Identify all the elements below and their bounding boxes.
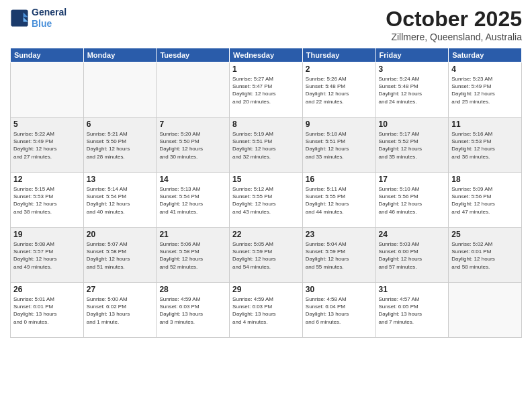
day-info: Sunrise: 5:05 AM Sunset: 5:59 PM Dayligh… <box>232 240 300 271</box>
day-info: Sunrise: 4:58 AM Sunset: 6:04 PM Dayligh… <box>306 295 373 326</box>
day-info: Sunrise: 5:23 AM Sunset: 5:49 PM Dayligh… <box>451 75 519 105</box>
day-info: Sunrise: 5:19 AM Sunset: 5:51 PM Dayligh… <box>232 130 300 161</box>
logo-line1: General <box>32 7 66 18</box>
day-info: Sunrise: 5:20 AM Sunset: 5:50 PM Dayligh… <box>159 130 226 161</box>
col-sunday: Sunday <box>11 48 84 62</box>
day-info: Sunrise: 5:27 AM Sunset: 5:47 PM Dayligh… <box>232 75 300 105</box>
table-row <box>157 62 230 118</box>
day-number: 5 <box>13 120 81 129</box>
table-row <box>11 62 84 118</box>
table-row: 5Sunrise: 5:22 AM Sunset: 5:49 PM Daylig… <box>11 118 84 173</box>
table-row: 10Sunrise: 5:17 AM Sunset: 5:52 PM Dayli… <box>375 118 449 173</box>
title-block: October 2025 Zillmere, Queensland, Austr… <box>386 7 522 42</box>
logo-text: General Blue <box>32 7 66 30</box>
day-info: Sunrise: 4:59 AM Sunset: 6:03 PM Dayligh… <box>159 295 226 326</box>
day-number: 31 <box>379 285 446 294</box>
day-info: Sunrise: 5:11 AM Sunset: 5:55 PM Dayligh… <box>306 185 373 216</box>
day-info: Sunrise: 5:22 AM Sunset: 5:49 PM Dayligh… <box>13 130 81 161</box>
svg-rect-0 <box>11 9 28 26</box>
table-row: 16Sunrise: 5:11 AM Sunset: 5:55 PM Dayli… <box>302 173 375 228</box>
day-info: Sunrise: 5:26 AM Sunset: 5:48 PM Dayligh… <box>306 75 373 105</box>
day-number: 23 <box>306 230 373 239</box>
day-number: 2 <box>306 64 373 74</box>
day-number: 10 <box>379 120 446 129</box>
day-number: 20 <box>87 230 154 239</box>
col-wednesday: Wednesday <box>230 48 303 62</box>
day-info: Sunrise: 5:18 AM Sunset: 5:51 PM Dayligh… <box>306 130 373 161</box>
day-info: Sunrise: 5:09 AM Sunset: 5:56 PM Dayligh… <box>451 185 519 216</box>
day-info: Sunrise: 5:07 AM Sunset: 5:58 PM Dayligh… <box>87 240 154 271</box>
table-row: 20Sunrise: 5:07 AM Sunset: 5:58 PM Dayli… <box>83 228 157 283</box>
logo-icon <box>10 9 29 28</box>
day-number: 24 <box>379 230 446 239</box>
day-info: Sunrise: 5:10 AM Sunset: 5:56 PM Dayligh… <box>379 185 446 216</box>
table-row: 29Sunrise: 4:59 AM Sunset: 6:03 PM Dayli… <box>230 283 303 338</box>
day-number: 14 <box>159 175 226 184</box>
table-row: 2Sunrise: 5:26 AM Sunset: 5:48 PM Daylig… <box>302 62 375 118</box>
table-row: 7Sunrise: 5:20 AM Sunset: 5:50 PM Daylig… <box>157 118 230 173</box>
day-number: 25 <box>451 230 519 239</box>
day-number: 17 <box>379 175 446 184</box>
col-tuesday: Tuesday <box>157 48 230 62</box>
table-row: 23Sunrise: 5:04 AM Sunset: 5:59 PM Dayli… <box>302 228 375 283</box>
table-row: 11Sunrise: 5:16 AM Sunset: 5:53 PM Dayli… <box>449 118 522 173</box>
day-number: 6 <box>87 120 154 129</box>
day-number: 21 <box>159 230 226 239</box>
day-number: 18 <box>451 175 519 184</box>
table-row: 31Sunrise: 4:57 AM Sunset: 6:05 PM Dayli… <box>375 283 449 338</box>
day-info: Sunrise: 5:03 AM Sunset: 6:00 PM Dayligh… <box>379 240 446 271</box>
day-info: Sunrise: 5:13 AM Sunset: 5:54 PM Dayligh… <box>159 185 226 216</box>
table-row: 17Sunrise: 5:10 AM Sunset: 5:56 PM Dayli… <box>375 173 449 228</box>
day-number: 28 <box>159 285 226 294</box>
day-number: 26 <box>13 285 81 294</box>
day-info: Sunrise: 5:21 AM Sunset: 5:50 PM Dayligh… <box>87 130 154 161</box>
col-saturday: Saturday <box>449 48 522 62</box>
table-row: 6Sunrise: 5:21 AM Sunset: 5:50 PM Daylig… <box>83 118 157 173</box>
calendar-week-row: 5Sunrise: 5:22 AM Sunset: 5:49 PM Daylig… <box>11 118 522 173</box>
day-number: 29 <box>232 285 300 294</box>
day-info: Sunrise: 5:14 AM Sunset: 5:54 PM Dayligh… <box>87 185 154 216</box>
day-info: Sunrise: 5:12 AM Sunset: 5:55 PM Dayligh… <box>232 185 300 216</box>
logo-line2: Blue <box>32 18 66 30</box>
location-subtitle: Zillmere, Queensland, Australia <box>386 32 522 42</box>
day-info: Sunrise: 4:59 AM Sunset: 6:03 PM Dayligh… <box>232 295 300 326</box>
day-info: Sunrise: 5:17 AM Sunset: 5:52 PM Dayligh… <box>379 130 446 161</box>
day-info: Sunrise: 5:15 AM Sunset: 5:53 PM Dayligh… <box>13 185 81 216</box>
logo: General Blue <box>10 7 66 30</box>
day-info: Sunrise: 5:01 AM Sunset: 6:01 PM Dayligh… <box>13 295 81 326</box>
table-row: 14Sunrise: 5:13 AM Sunset: 5:54 PM Dayli… <box>157 173 230 228</box>
day-number: 27 <box>87 285 154 294</box>
calendar-header-row: Sunday Monday Tuesday Wednesday Thursday… <box>11 48 522 62</box>
table-row: 30Sunrise: 4:58 AM Sunset: 6:04 PM Dayli… <box>302 283 375 338</box>
day-number: 8 <box>232 120 300 129</box>
day-number: 30 <box>306 285 373 294</box>
day-number: 12 <box>13 175 81 184</box>
day-info: Sunrise: 5:24 AM Sunset: 5:48 PM Dayligh… <box>379 75 446 105</box>
table-row <box>83 62 157 118</box>
day-number: 13 <box>87 175 154 184</box>
month-title: October 2025 <box>386 7 522 32</box>
day-info: Sunrise: 5:08 AM Sunset: 5:57 PM Dayligh… <box>13 240 81 271</box>
table-row: 15Sunrise: 5:12 AM Sunset: 5:55 PM Dayli… <box>230 173 303 228</box>
table-row: 13Sunrise: 5:14 AM Sunset: 5:54 PM Dayli… <box>83 173 157 228</box>
table-row: 8Sunrise: 5:19 AM Sunset: 5:51 PM Daylig… <box>230 118 303 173</box>
table-row: 27Sunrise: 5:00 AM Sunset: 6:02 PM Dayli… <box>83 283 157 338</box>
table-row: 18Sunrise: 5:09 AM Sunset: 5:56 PM Dayli… <box>449 173 522 228</box>
table-row: 22Sunrise: 5:05 AM Sunset: 5:59 PM Dayli… <box>230 228 303 283</box>
day-number: 11 <box>451 120 519 129</box>
day-number: 9 <box>306 120 373 129</box>
day-number: 4 <box>451 64 519 74</box>
day-number: 1 <box>232 64 300 74</box>
table-row: 12Sunrise: 5:15 AM Sunset: 5:53 PM Dayli… <box>11 173 84 228</box>
header: General Blue October 2025 Zillmere, Quee… <box>10 7 522 42</box>
table-row: 21Sunrise: 5:06 AM Sunset: 5:58 PM Dayli… <box>157 228 230 283</box>
table-row: 24Sunrise: 5:03 AM Sunset: 6:00 PM Dayli… <box>375 228 449 283</box>
table-row: 19Sunrise: 5:08 AM Sunset: 5:57 PM Dayli… <box>11 228 84 283</box>
table-row: 4Sunrise: 5:23 AM Sunset: 5:49 PM Daylig… <box>449 62 522 118</box>
table-row: 1Sunrise: 5:27 AM Sunset: 5:47 PM Daylig… <box>230 62 303 118</box>
table-row: 9Sunrise: 5:18 AM Sunset: 5:51 PM Daylig… <box>302 118 375 173</box>
day-number: 15 <box>232 175 300 184</box>
day-number: 16 <box>306 175 373 184</box>
day-info: Sunrise: 5:16 AM Sunset: 5:53 PM Dayligh… <box>451 130 519 161</box>
col-thursday: Thursday <box>302 48 375 62</box>
